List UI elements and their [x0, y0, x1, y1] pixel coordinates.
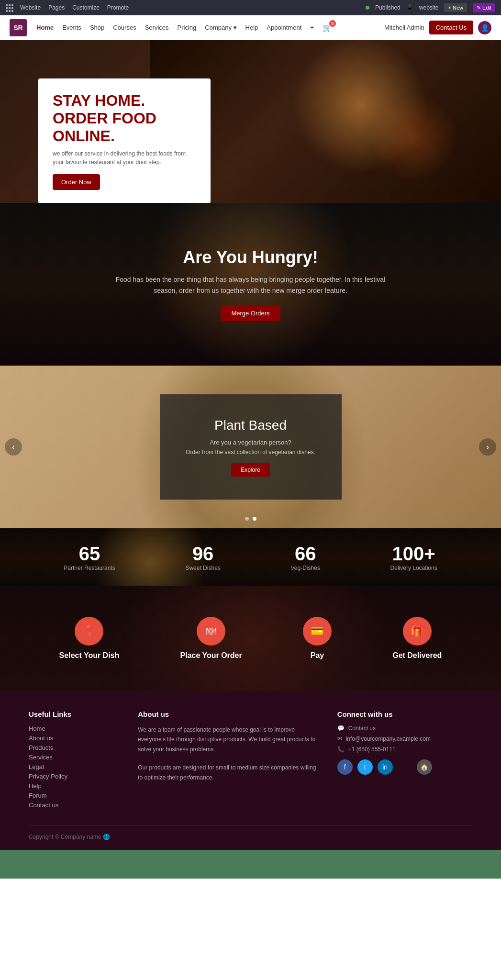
footer-grid: Useful Links Home About us Products Serv…: [29, 710, 472, 811]
stats-section: 65 Partner Restaurants 96 Sweet Dishes 6…: [0, 528, 501, 586]
nav-services[interactable]: Services: [145, 24, 169, 31]
stat-veg-dishes: 66 Veg-Dishes: [291, 543, 320, 571]
nav-courses[interactable]: Courses: [113, 24, 136, 31]
cart-badge: 8: [329, 20, 336, 27]
footer-link-privacy[interactable]: Privacy Policy: [29, 773, 119, 780]
pages-label[interactable]: Pages: [48, 4, 65, 11]
how-step-1: 📍 Select Your Dish: [59, 617, 120, 660]
footer-about: About us We are a team of passionate peo…: [138, 710, 318, 811]
nav-appointment[interactable]: Appointment: [267, 24, 301, 31]
connect-title: Connect with us: [337, 710, 472, 718]
nav-help[interactable]: Help: [245, 24, 258, 31]
slider-dot-2[interactable]: [253, 517, 256, 521]
stat-label-4: Delivery Locations: [390, 565, 437, 571]
email-icon: ✉: [337, 735, 342, 742]
device-label[interactable]: website: [419, 4, 439, 11]
new-button[interactable]: + New: [444, 3, 467, 12]
nav-plus[interactable]: +: [310, 24, 314, 31]
slider-prev-button[interactable]: ‹: [5, 438, 22, 456]
slider-explore-button[interactable]: Explore: [231, 463, 270, 477]
footer-link-help[interactable]: Help: [29, 782, 119, 790]
cart-icon[interactable]: 🛒 8: [323, 23, 332, 32]
status-label: Published: [375, 4, 401, 11]
slider-next-button[interactable]: ›: [479, 438, 496, 456]
logo-box[interactable]: SR: [10, 19, 27, 36]
phone-icon: 📞: [337, 746, 345, 753]
bottom-bar: [0, 850, 501, 879]
nav-home[interactable]: Home: [36, 24, 54, 31]
how-step-3: 💳 Pay: [303, 617, 332, 660]
device-icon[interactable]: 📱: [406, 4, 413, 11]
footer-link-products[interactable]: Products: [29, 744, 119, 751]
admin-bar-left: Website Pages Customize Promote: [6, 4, 129, 11]
footer: Useful Links Home About us Products Serv…: [0, 691, 501, 850]
home-button[interactable]: 🏠: [417, 759, 432, 775]
twitter-button[interactable]: t: [357, 759, 373, 775]
stat-delivery-locations: 100+ Delivery Locations: [390, 543, 437, 571]
how-label-2: Place Your Order: [180, 651, 242, 660]
nav-company[interactable]: Company ▾: [205, 24, 236, 31]
footer-link-about[interactable]: About us: [29, 735, 119, 742]
hungry-content: Are You Hungry! Food has been the one th…: [112, 247, 390, 321]
avatar[interactable]: 👤: [478, 21, 491, 34]
how-icon-2: 🍽: [197, 617, 225, 646]
footer-link-services[interactable]: Services: [29, 754, 119, 761]
navbar: SR Home Events Shop Courses Services Pri…: [0, 15, 501, 40]
stat-label-2: Sweet Dishes: [185, 565, 220, 571]
how-step-2: 🍽 Place Your Order: [180, 617, 242, 660]
how-icon-4: 🎁: [403, 617, 432, 646]
how-icon-3: 💳: [303, 617, 332, 646]
slider-dot-1[interactable]: [245, 517, 249, 521]
slider-subtitle: Are you a vegetarian person?: [210, 439, 291, 446]
how-step-4: 🎁 Get Delivered: [392, 617, 442, 660]
footer-contact-2: ✉ info@yourcompany.example.com: [337, 735, 472, 742]
edit-button[interactable]: ✎ Edit: [473, 3, 495, 12]
nav-events[interactable]: Events: [62, 24, 81, 31]
copyright-text: Copyright © Company name: [29, 834, 101, 840]
merge-orders-button[interactable]: Merge Orders: [221, 305, 280, 321]
nav-shop[interactable]: Shop: [90, 24, 104, 31]
how-it-works-section: 📍 Select Your Dish 🍽 Place Your Order 💳 …: [0, 586, 501, 691]
how-label-3: Pay: [303, 651, 332, 660]
footer-contact-1: 💬 Contact us: [337, 725, 472, 732]
status-dot: [366, 6, 369, 10]
contact-button[interactable]: Contact Us: [429, 21, 473, 34]
hero-title: STAY HOME. ORDER FOOD ONLINE.: [53, 92, 196, 145]
navbar-logo: SR: [10, 19, 27, 36]
linkedin-button[interactable]: in: [378, 759, 393, 775]
facebook-button[interactable]: f: [337, 759, 353, 775]
hungry-description: Food has been the one thing that has alw…: [112, 274, 390, 296]
grid-icon: [6, 4, 12, 11]
order-now-button[interactable]: Order Now: [53, 174, 100, 190]
admin-name[interactable]: Mitchell Admin: [384, 24, 424, 31]
stat-number-2: 96: [185, 543, 220, 565]
social-links: f t in 🏠: [337, 759, 472, 775]
slider-title: Plant Based: [214, 418, 287, 433]
useful-links-title: Useful Links: [29, 710, 119, 718]
admin-bar-right: Published 📱 website + New ✎ Edit: [366, 3, 495, 12]
hero-section: STAY HOME. ORDER FOOD ONLINE. we offer o…: [0, 40, 501, 203]
stat-label-3: Veg-Dishes: [291, 565, 320, 571]
footer-useful-links: Useful Links Home About us Products Serv…: [29, 710, 119, 811]
footer-copyright: Copyright © Company name 🌐: [29, 825, 472, 840]
about-text-2: Our products are designed for small to m…: [138, 763, 318, 782]
footer-connect: Connect with us 💬 Contact us ✉ info@your…: [337, 710, 472, 811]
footer-link-home[interactable]: Home: [29, 725, 119, 732]
slider-overlay: Plant Based Are you a vegetarian person?…: [160, 394, 342, 500]
promote-label[interactable]: Promote: [107, 4, 129, 11]
footer-link-forum[interactable]: Forum: [29, 792, 119, 799]
how-label-1: Select Your Dish: [59, 651, 120, 660]
hero-content: STAY HOME. ORDER FOOD ONLINE. we offer o…: [38, 78, 211, 203]
hungry-title: Are You Hungry!: [112, 247, 390, 267]
nav-pricing[interactable]: Pricing: [178, 24, 197, 31]
hungry-section: Are You Hungry! Food has been the one th…: [0, 203, 501, 366]
slider-dots: [245, 517, 256, 521]
footer-link-contact[interactable]: Contact us: [29, 802, 119, 809]
chat-icon: 💬: [337, 725, 345, 732]
about-text-1: We are a team of passionate people whose…: [138, 725, 318, 754]
customize-label[interactable]: Customize: [72, 4, 100, 11]
about-title: About us: [138, 710, 318, 718]
website-label[interactable]: Website: [20, 4, 41, 11]
footer-link-legal[interactable]: Legal: [29, 763, 119, 770]
nav-right: Mitchell Admin Contact Us 👤: [384, 21, 491, 34]
